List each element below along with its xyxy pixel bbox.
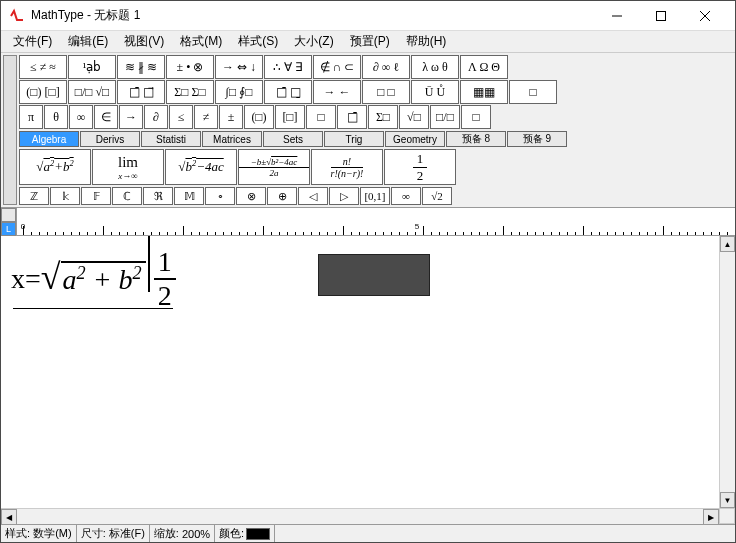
palette-sidebar[interactable] [3,55,17,205]
sym-C[interactable]: ℂ [112,187,142,205]
maximize-button[interactable] [639,2,683,30]
tmpl-sqrt[interactable]: √□ [399,105,429,129]
tmpl-parens[interactable]: (□) [244,105,274,129]
palette-fences[interactable]: (□) [□] [19,80,67,104]
tab-preset-8[interactable]: 预备 8 [446,131,506,147]
palette-misc[interactable]: ∂ ∞ ℓ [362,55,410,79]
tab-geometry[interactable]: Geometry [385,131,445,147]
tmpl-discrim[interactable]: √b2−4ac [165,149,237,185]
minimize-button[interactable] [595,2,639,30]
palette-sums[interactable]: Σ□ Σ□ [166,80,214,104]
palette-integrals[interactable]: ∫□ ∮□ [215,80,263,104]
menu-view[interactable]: 视图(V) [116,31,172,52]
sym-element[interactable]: ∈ [94,105,118,129]
sym-tri-left[interactable]: ◁ [298,187,328,205]
palette-operators[interactable]: ± • ⊗ [166,55,214,79]
tab-derivs[interactable]: Derivs [80,131,140,147]
sym-k[interactable]: 𝕜 [50,187,80,205]
status-size[interactable]: 尺寸: 标准(F) [77,525,150,542]
sym-sqrt2[interactable]: √2 [422,187,452,205]
tmpl-frac[interactable]: □/□ [430,105,460,129]
sym-theta[interactable]: θ [44,105,68,129]
scrollbar-horizontal[interactable]: ◀ ▶ [1,508,719,524]
tmpl-hypot[interactable]: √a2+b2 [19,149,91,185]
palette-embellish[interactable]: ≋ ∦ ≋ [117,55,165,79]
menu-size[interactable]: 大小(Z) [286,31,341,52]
tmpl-quadratic[interactable]: −b±√b²−4ac2a [238,149,310,185]
status-zoom[interactable]: 缩放: 200% [150,525,215,542]
menu-edit[interactable]: 编辑(E) [60,31,116,52]
palette-hats[interactable]: Ū Ů [411,80,459,104]
scroll-right-icon[interactable]: ▶ [703,509,719,525]
sym-Z[interactable]: ℤ [19,187,49,205]
status-color[interactable]: 颜色: [215,525,275,542]
sym-R[interactable]: ℜ [143,187,173,205]
tmpl-sup[interactable]: □ [461,105,491,129]
menu-file[interactable]: 文件(F) [5,31,60,52]
sym-F[interactable]: 𝔽 [81,187,111,205]
equation: x= √ a2 + b2 1 2 [11,246,176,312]
tab-matrices[interactable]: Matrices [202,131,262,147]
palette-boxes[interactable]: □ [509,80,557,104]
sym-arrow[interactable]: → [119,105,143,129]
color-swatch [246,528,270,540]
tmpl-limit[interactable]: limx→∞ [92,149,164,185]
text-cursor [148,236,150,292]
tab-trig[interactable]: Trig [324,131,384,147]
palette-underover[interactable]: □̄ □̱ [264,80,312,104]
tmpl-sum[interactable]: Σ□ [368,105,398,129]
palette-relational[interactable]: ≤ ≠ ≈ [19,55,67,79]
tmpl-bar[interactable]: □̄ [337,105,367,129]
sym-pm[interactable]: ± [219,105,243,129]
sym-partial[interactable]: ∂ [144,105,168,129]
palette-spaces[interactable]: ¹ạḃ [68,55,116,79]
menu-preferences[interactable]: 预置(P) [342,31,398,52]
sym-infinity-2[interactable]: ∞ [391,187,421,205]
tmpl-brackets[interactable]: [□] [275,105,305,129]
status-style[interactable]: 样式: 数学(M) [1,525,77,542]
ruler-sidebar: L [1,208,17,236]
sym-pi[interactable]: π [19,105,43,129]
sym-compose[interactable]: ∘ [205,187,235,205]
scroll-down-icon[interactable]: ▼ [720,492,735,508]
sym-M[interactable]: 𝕄 [174,187,204,205]
menu-help[interactable]: 帮助(H) [398,31,455,52]
tmpl-binomial[interactable]: n!r!(n−r)! [311,149,383,185]
sym-tri-right[interactable]: ▷ [329,187,359,205]
ruler-tab-button[interactable]: L [1,222,16,236]
sym-otimes[interactable]: ⊗ [236,187,266,205]
palette-arrows[interactable]: → ⇔ ↓ [215,55,263,79]
ruler-btn-1[interactable] [1,208,16,222]
ruler[interactable]: 0 5 [17,208,735,236]
scrollbar-vertical[interactable]: ▲ ▼ [719,236,735,508]
tab-preset-9[interactable]: 预备 9 [507,131,567,147]
tmpl-half[interactable]: 12 [384,149,456,185]
tab-algebra[interactable]: Algebra [19,131,79,147]
sym-interval[interactable]: [0,1] [360,187,390,205]
menu-style[interactable]: 样式(S) [230,31,286,52]
palette-matrices[interactable]: ▦▦ [460,80,508,104]
palette-bars[interactable]: □̄ □⃗ [117,80,165,104]
palette-products[interactable]: □ □ [362,80,410,104]
scroll-left-icon[interactable]: ◀ [1,509,17,525]
sym-leq[interactable]: ≤ [169,105,193,129]
eq-sqrt: √ a2 + b2 [41,261,146,296]
menu-format[interactable]: 格式(M) [172,31,230,52]
tab-statisti[interactable]: Statisti [141,131,201,147]
menubar: 文件(F) 编辑(E) 视图(V) 格式(M) 样式(S) 大小(Z) 预置(P… [1,31,735,53]
sym-infinity[interactable]: ∞ [69,105,93,129]
palette-labeled-arrows[interactable]: → ← [313,80,361,104]
tmpl-box[interactable]: □ [306,105,336,129]
palette-fractions[interactable]: □/□ √□ [68,80,116,104]
palette-greek-lower[interactable]: λ ω θ [411,55,459,79]
palette-greek-upper[interactable]: Λ Ω Θ [460,55,508,79]
tab-sets[interactable]: Sets [263,131,323,147]
close-button[interactable] [683,2,727,30]
scroll-up-icon[interactable]: ▲ [720,236,735,252]
palette-set[interactable]: ∉ ∩ ⊂ [313,55,361,79]
template-tabs: Algebra Derivs Statisti Matrices Sets Tr… [19,131,733,147]
palette-row-1: ≤ ≠ ≈ ¹ạḃ ≋ ∦ ≋ ± • ⊗ → ⇔ ↓ ∴ ∀ ∃ ∉ ∩ ⊂ … [19,55,733,79]
sym-neq[interactable]: ≠ [194,105,218,129]
palette-logical[interactable]: ∴ ∀ ∃ [264,55,312,79]
sym-oplus[interactable]: ⊕ [267,187,297,205]
